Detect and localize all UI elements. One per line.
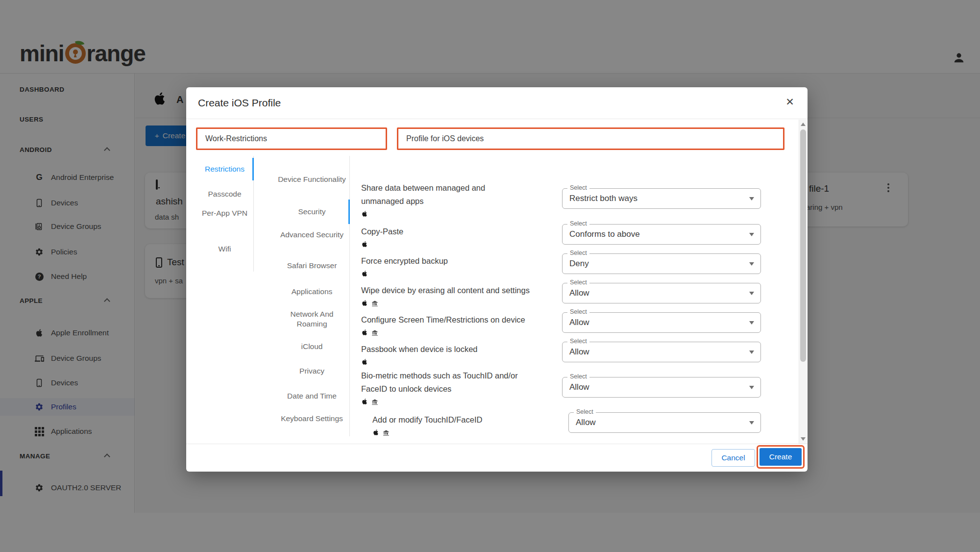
apple-icon: [361, 299, 368, 307]
divider: [186, 444, 808, 444]
dropdown-arrow-icon: [749, 233, 754, 236]
create-button[interactable]: Create: [760, 448, 802, 466]
tab-security[interactable]: Security: [274, 207, 349, 217]
select-add-modify-touchid[interactable]: Select Allow: [568, 412, 761, 433]
select-biometric-unlock[interactable]: Select Allow: [562, 377, 761, 398]
apple-icon: [361, 328, 368, 336]
tab-restrictions[interactable]: Restrictions: [196, 164, 253, 174]
cancel-button[interactable]: Cancel: [711, 449, 755, 467]
active-tab-indicator: [252, 158, 254, 180]
select-wipe-device[interactable]: Select Allow: [562, 283, 761, 303]
apple-icon: [361, 270, 368, 277]
setting-label: Force encrypted backup: [361, 254, 562, 277]
apple-icon: [361, 358, 368, 366]
scrollbar[interactable]: [799, 120, 807, 444]
setting-label: Bio-metric methods such as TouchID and/o…: [361, 369, 538, 405]
setting-label: Configure Screen Time/Restrictions on de…: [361, 313, 562, 336]
apple-icon: [361, 398, 368, 405]
setting-label: Wipe device by erasing all content and s…: [361, 284, 562, 307]
dropdown-arrow-icon: [749, 197, 754, 201]
tab-advanced-security[interactable]: Advanced Security: [274, 230, 349, 240]
tab-network-and-roaming[interactable]: Network And Roaming: [274, 309, 349, 329]
tab-date-and-time[interactable]: Date and Time: [274, 391, 349, 401]
tab-keyboard-settings[interactable]: Keyboard Settings: [274, 414, 349, 424]
tab-safari-browser[interactable]: Safari Browser: [274, 261, 349, 271]
active-tab-indicator: [348, 200, 350, 224]
dialog-title: Create iOS Profile: [198, 97, 281, 109]
profile-name-input[interactable]: [196, 127, 387, 150]
setting-label: Share data between managed and unmanaged…: [361, 181, 528, 218]
dropdown-arrow-icon: [749, 292, 754, 295]
dropdown-arrow-icon: [749, 262, 754, 266]
divider: [349, 156, 350, 436]
profile-description-input[interactable]: [397, 127, 784, 150]
select-copy-paste[interactable]: Select Conforms to above: [562, 224, 761, 245]
tab-passcode[interactable]: Passcode: [196, 189, 253, 199]
tab-icloud[interactable]: iCloud: [274, 342, 349, 351]
dropdown-arrow-icon: [749, 321, 754, 325]
setting-label: Add or modify TouchID/FaceID: [372, 413, 573, 436]
dropdown-arrow-icon: [749, 386, 754, 389]
create-ios-profile-dialog: Create iOS Profile ✕ Restrictions Passco…: [186, 87, 808, 472]
enterprise-icon: [371, 399, 378, 405]
scroll-up-icon[interactable]: [801, 123, 806, 126]
apple-icon: [361, 210, 368, 218]
create-button-highlight: Create: [757, 445, 805, 469]
select-passbook-locked[interactable]: Select Allow: [562, 342, 761, 362]
tab-per-app-vpn[interactable]: Per-App VPN: [201, 208, 248, 218]
apple-icon: [372, 428, 379, 436]
setting-label: Passbook when device is locked: [361, 343, 562, 366]
close-icon[interactable]: ✕: [783, 95, 797, 109]
apple-icon: [361, 240, 368, 248]
dropdown-arrow-icon: [749, 351, 754, 354]
dropdown-arrow-icon: [749, 421, 754, 425]
scrollbar-thumb[interactable]: [800, 129, 806, 362]
tab-wifi[interactable]: Wifi: [196, 244, 253, 254]
enterprise-icon: [371, 329, 378, 336]
select-screen-time[interactable]: Select Allow: [562, 312, 761, 333]
tab-device-functionality[interactable]: Device Functionality: [274, 175, 349, 184]
setting-label: Copy-Paste: [361, 225, 562, 248]
enterprise-icon: [383, 429, 390, 436]
tab-applications[interactable]: Applications: [274, 287, 349, 297]
select-force-encrypted-backup[interactable]: Select Deny: [562, 253, 761, 274]
enterprise-icon: [371, 300, 378, 307]
tab-privacy[interactable]: Privacy: [274, 366, 349, 376]
divider: [186, 119, 808, 119]
scroll-down-icon[interactable]: [801, 437, 806, 441]
select-share-data[interactable]: Select Restrict both ways: [562, 188, 761, 209]
